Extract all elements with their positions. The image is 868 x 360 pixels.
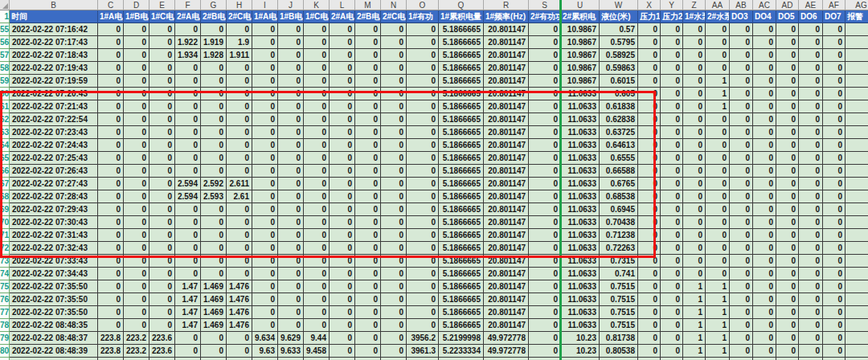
cell-AF[interactable]: 0 bbox=[823, 280, 845, 293]
cell-W[interactable]: 0.7515 bbox=[600, 319, 638, 332]
cell-C[interactable]: 0 bbox=[98, 306, 124, 319]
cell-N[interactable]: 0 bbox=[381, 62, 407, 75]
cell-F[interactable]: 0 bbox=[175, 62, 201, 75]
cell-AB[interactable]: 0 bbox=[730, 126, 753, 139]
cell-I[interactable]: 9.63 bbox=[252, 345, 278, 358]
cell-Z[interactable]: 0 bbox=[683, 36, 706, 49]
cell-O[interactable]: 0 bbox=[407, 152, 439, 165]
cell-Q[interactable]: 5.2233334 bbox=[439, 345, 484, 358]
cell-X[interactable]: 0 bbox=[638, 113, 661, 126]
cell-M[interactable]: 0 bbox=[355, 280, 381, 293]
cell-L[interactable]: 0 bbox=[330, 113, 355, 126]
header-cell-C[interactable]: 1#A电 bbox=[98, 10, 124, 23]
cell-AG[interactable] bbox=[845, 216, 868, 229]
cell-AG[interactable] bbox=[845, 88, 868, 100]
row-number[interactable]: 57 bbox=[0, 49, 10, 62]
header-cell-D[interactable]: 1#B电 bbox=[124, 10, 149, 23]
cell-K[interactable]: 0 bbox=[304, 229, 330, 242]
cell-W[interactable]: 0.7515 bbox=[600, 280, 638, 293]
cell-K[interactable]: 0 bbox=[304, 75, 330, 88]
cell-N[interactable]: 0 bbox=[381, 23, 407, 36]
cell-AG[interactable] bbox=[845, 152, 868, 165]
row-number[interactable]: 1 bbox=[0, 10, 10, 23]
cell-Y[interactable]: 0 bbox=[661, 62, 683, 75]
cell-Y[interactable]: 0 bbox=[661, 229, 683, 242]
cell-Q[interactable]: 5.1866665 bbox=[439, 113, 484, 126]
cell-C[interactable]: 0 bbox=[98, 88, 124, 100]
header-cell-AC[interactable]: DO4 bbox=[753, 10, 776, 23]
cell-H[interactable]: 0 bbox=[227, 75, 252, 88]
cell-E[interactable]: 0 bbox=[149, 203, 175, 216]
cell-J[interactable]: 9.629 bbox=[278, 332, 304, 345]
cell-AB[interactable]: 0 bbox=[730, 229, 753, 242]
cell-AD[interactable]: 0 bbox=[776, 75, 799, 88]
header-cell-X[interactable]: 压力1 bbox=[638, 10, 661, 23]
cell-I[interactable]: 0 bbox=[252, 36, 278, 49]
cell-Q[interactable]: 5.2199998 bbox=[439, 332, 484, 345]
cell-R[interactable]: 20.801147 bbox=[484, 229, 529, 242]
cell-R[interactable]: 20.801147 bbox=[484, 255, 529, 268]
cell-X[interactable]: 0 bbox=[638, 319, 661, 332]
cell-Z[interactable]: 0 bbox=[683, 242, 706, 255]
cell-I[interactable]: 0 bbox=[252, 62, 278, 75]
cell-N[interactable]: 0 bbox=[381, 100, 407, 113]
cell-F[interactable]: 1.47 bbox=[175, 306, 201, 319]
cell-R[interactable]: 20.801147 bbox=[484, 36, 529, 49]
cell-F[interactable]: 1.47 bbox=[175, 293, 201, 306]
cell-AF[interactable]: 0 bbox=[823, 152, 845, 165]
row-number[interactable]: 56 bbox=[0, 36, 10, 49]
cell-M[interactable]: 0 bbox=[355, 332, 381, 345]
cell-J[interactable]: 0 bbox=[278, 49, 304, 62]
cell-X[interactable]: 0 bbox=[638, 165, 661, 178]
cell-AF[interactable]: 0 bbox=[823, 23, 845, 36]
cell-K[interactable]: 0 bbox=[304, 255, 330, 268]
cell-AA[interactable]: 0 bbox=[706, 216, 730, 229]
cell-Y[interactable]: 0 bbox=[661, 75, 683, 88]
cell-L[interactable]: 0 bbox=[330, 152, 355, 165]
header-cell-AB[interactable]: DO3 bbox=[730, 10, 753, 23]
cell-L[interactable]: 0 bbox=[330, 216, 355, 229]
cell-AF[interactable]: 0 bbox=[823, 268, 845, 280]
cell-F[interactable]: 0 bbox=[175, 113, 201, 126]
cell-AC[interactable]: 0 bbox=[753, 332, 776, 345]
cell-AE[interactable]: 0 bbox=[799, 229, 823, 242]
cell-J[interactable]: 0 bbox=[278, 293, 304, 306]
cell-H[interactable]: 0 bbox=[227, 113, 252, 126]
cell-E[interactable]: 0 bbox=[149, 100, 175, 113]
cell-Q[interactable]: 5.1866665 bbox=[439, 203, 484, 216]
cell-I[interactable]: 0 bbox=[252, 229, 278, 242]
header-cell-Z[interactable]: 1#水泵 bbox=[683, 10, 706, 23]
cell-AG[interactable] bbox=[845, 36, 868, 49]
cell-AD[interactable]: 0 bbox=[776, 293, 799, 306]
cell-AG[interactable] bbox=[845, 203, 868, 216]
cell-E[interactable]: 0 bbox=[149, 165, 175, 178]
cell-J[interactable]: 0 bbox=[278, 190, 304, 203]
cell-K[interactable]: 0 bbox=[304, 49, 330, 62]
cell-X[interactable]: 0 bbox=[638, 306, 661, 319]
cell-W[interactable]: 0.61838 bbox=[600, 100, 638, 113]
cell-AC[interactable]: 0 bbox=[753, 280, 776, 293]
cell-AC[interactable]: 0 bbox=[753, 203, 776, 216]
row-number[interactable]: 66 bbox=[0, 165, 10, 178]
cell-W[interactable]: 0.7315 bbox=[600, 255, 638, 268]
cell-W[interactable]: 0.58925 bbox=[600, 49, 638, 62]
cell-Q[interactable]: 5.1866665 bbox=[439, 216, 484, 229]
cell-G[interactable]: 0 bbox=[201, 255, 227, 268]
cell-AF[interactable]: 0 bbox=[823, 216, 845, 229]
cell-H[interactable]: 0 bbox=[227, 216, 252, 229]
cell-AA[interactable]: 1 bbox=[706, 280, 730, 293]
cell-E[interactable]: 0 bbox=[149, 49, 175, 62]
cell-H[interactable]: 1.911 bbox=[227, 49, 252, 62]
cell-S[interactable]: 0 bbox=[529, 306, 561, 319]
cell-AF[interactable]: 0 bbox=[823, 178, 845, 190]
cell-E[interactable]: 0 bbox=[149, 75, 175, 88]
cell-Y[interactable]: 0 bbox=[661, 332, 683, 345]
column-letter-F[interactable]: F bbox=[175, 0, 201, 10]
cell-AD[interactable]: 0 bbox=[776, 203, 799, 216]
cell-X[interactable]: 0 bbox=[638, 293, 661, 306]
header-cell-K[interactable]: 1#C电 bbox=[304, 10, 330, 23]
cell-AE[interactable]: 0 bbox=[799, 113, 823, 126]
cell-O[interactable]: 3956.2 bbox=[407, 332, 439, 345]
cell-E[interactable]: 0 bbox=[149, 293, 175, 306]
column-letter-R[interactable]: R bbox=[484, 0, 529, 10]
